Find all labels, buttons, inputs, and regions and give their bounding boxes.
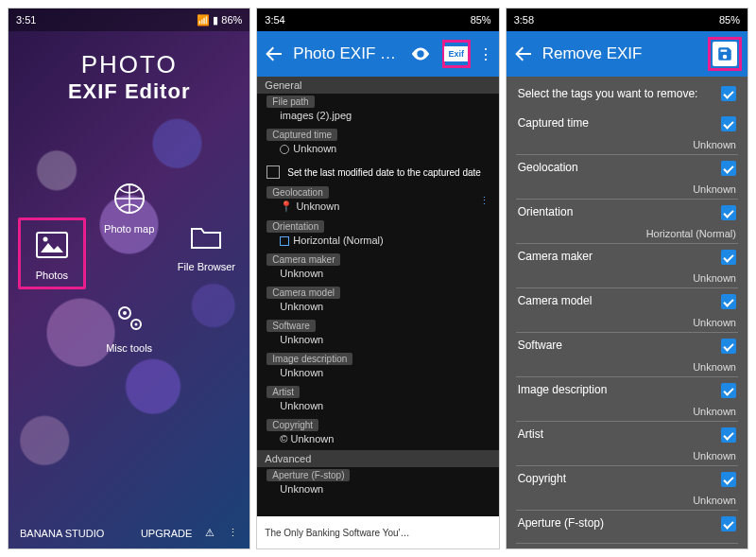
svg-point-5 [123,311,127,315]
image-icon [33,226,71,264]
back-button[interactable] [263,43,285,65]
tag-value: Unknown [518,495,736,506]
svg-rect-0 [37,233,67,257]
panel-remove-exif: 3:58 85% Remove EXIF Select the tags you… [506,8,748,549]
wifi-icon: 📶 [197,14,210,26]
geo-more-icon[interactable]: ⋮ [479,195,490,207]
folder-icon [187,218,225,255]
tag-row[interactable]: OrientationHorizontal (Normal) [516,200,738,244]
back-button[interactable] [512,43,535,65]
tag-checkbox[interactable] [721,116,736,131]
field-image-description[interactable]: Image description Unknown [257,351,498,384]
tag-checkbox[interactable] [721,472,736,487]
field-copyright[interactable]: Copyright © Unknown [257,417,498,450]
tag-row[interactable]: Captured timeUnknown [516,111,738,155]
app-bar: Remove EXIF [507,31,747,77]
field-software[interactable]: Software Unknown [257,318,498,351]
select-all-checkbox[interactable] [721,86,736,101]
status-bar: 3:54 85% [257,9,498,31]
svg-point-7 [134,323,137,326]
tag-name: Software [518,339,562,352]
tag-name: Copyright [518,472,566,485]
set-last-modified-checkbox[interactable]: Set the last modified date to the captur… [257,160,498,184]
tag-value: Unknown [518,361,736,373]
section-advanced: Advanced [257,450,498,467]
field-file-path[interactable]: File path images (2).jpeg [257,94,498,127]
remove-exif-button[interactable]: Exif [442,40,471,68]
field-geolocation[interactable]: Geolocation 📍 Unknown ⋮ [257,184,498,218]
svg-marker-1 [41,243,63,252]
appbar-title: Photo EXIF Edi… [293,44,398,63]
tag-value: Unknown [518,139,736,150]
tag-checkbox[interactable] [721,205,736,220]
tag-checkbox[interactable] [721,250,736,265]
tag-row[interactable]: Camera modelUnknown [516,288,738,333]
misctools-button[interactable]: Misc tools [95,299,163,354]
field-artist[interactable]: Artist Unknown [257,384,498,417]
tag-checkbox[interactable] [721,339,736,354]
appbar-title: Remove EXIF [542,44,700,63]
tag-checkbox[interactable] [721,383,736,398]
field-camera-maker[interactable]: Camera maker Unknown [257,252,498,285]
home-footer: BANANA STUDIO UPGRADE ⚠ ⋮ [9,527,249,539]
upgrade-button[interactable]: UPGRADE [141,528,192,539]
app-bar: Photo EXIF Edi… Exif ⋮ [257,31,498,77]
tag-name: Orientation [518,205,574,218]
tag-checkbox[interactable] [721,161,736,176]
status-bar: 3:58 85% [507,9,747,31]
field-captured-time[interactable]: Captured time Unknown [257,127,498,160]
tag-row[interactable]: Image descriptionUnknown [516,377,738,422]
tag-value: Unknown [518,183,736,195]
panel-home: 3:51 📶 ▮ 86% PHOTO EXIF Editor Photos Ph… [8,8,250,549]
app-title: PHOTO EXIF Editor [9,50,249,104]
gears-icon [111,299,148,337]
field-camera-model[interactable]: Camera model Unknown [257,285,498,318]
svg-point-2 [43,237,47,242]
save-button[interactable] [708,37,742,71]
tag-name: Camera maker [518,250,593,263]
studio-label: BANANA STUDIO [20,528,104,539]
exif-icon: Exif [444,46,468,61]
photos-button[interactable]: Photos [18,218,86,289]
tag-value: Unknown [518,450,736,461]
status-time: 3:54 [265,14,284,26]
tag-checkbox[interactable] [721,294,736,309]
tag-value: Horizontal (Normal) [518,228,736,239]
tag-name: Aperture (F-stop) [518,516,604,530]
tag-name: Image description [518,383,608,396]
section-general: General [257,77,498,94]
tag-name: Camera model [518,294,593,307]
signal-icon: ▮ [213,14,218,26]
battery-text: 85% [471,14,491,26]
globe-icon [111,180,148,218]
tag-row[interactable]: Aperture (F-stop) [516,511,738,544]
status-bar: 3:51 📶 ▮ 86% [9,9,249,31]
visibility-button[interactable] [406,40,435,68]
tag-row[interactable]: Exposure timeUnknown [516,544,738,548]
panel-editor: 3:54 85% Photo EXIF Edi… Exif ⋮ General … [256,8,499,549]
tag-row[interactable]: Camera makerUnknown [516,244,738,288]
warning-icon[interactable]: ⚠ [205,527,215,539]
tag-row[interactable]: SoftwareUnknown [516,333,738,377]
status-time: 3:51 [16,14,36,26]
tag-checkbox[interactable] [721,427,736,443]
tag-value: Unknown [518,272,736,284]
tag-row[interactable]: ArtistUnknown [516,422,738,466]
tag-row[interactable]: CopyrightUnknown [516,466,738,511]
field-aperture[interactable]: Aperture (F-stop) Unknown [257,467,498,500]
photomap-button[interactable]: Photo map [95,180,163,289]
more-button[interactable]: ⋮ [478,40,493,68]
ad-banner[interactable]: The Only Banking Software You'… [257,516,498,548]
filebrowser-button[interactable]: File Browser [173,218,241,289]
save-icon [713,42,737,66]
tag-checkbox[interactable] [721,516,736,531]
tag-row[interactable]: GeolocationUnknown [516,155,738,200]
field-orientation[interactable]: Orientation Horizontal (Normal) [257,218,498,252]
select-prompt: Select the tags you want to remove: [518,87,698,100]
tag-value: Unknown [518,406,736,417]
tag-name: Geolocation [518,161,578,174]
more-icon[interactable]: ⋮ [228,527,238,539]
tag-value: Unknown [518,317,736,328]
tag-name: Captured time [518,116,589,130]
battery-text: 85% [719,14,740,26]
